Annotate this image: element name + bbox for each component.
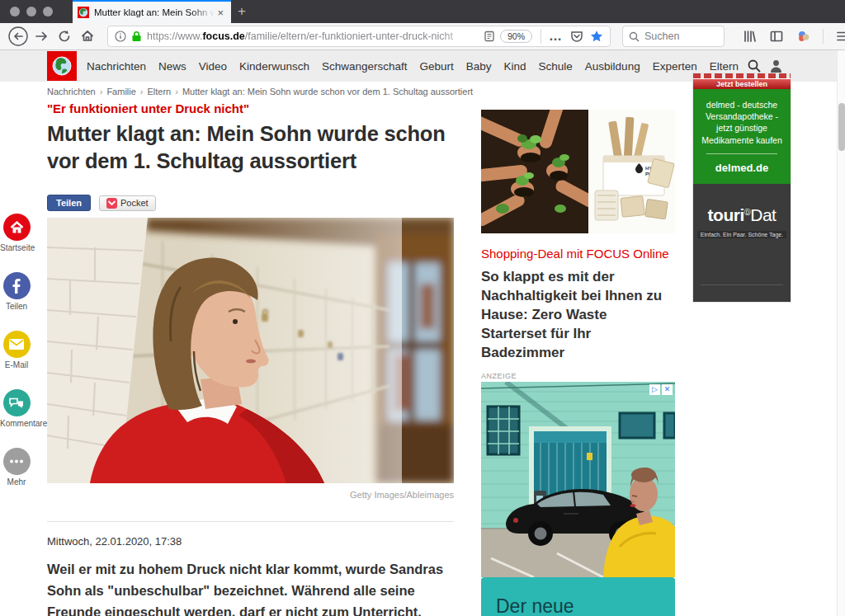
touridat-tagline: Einfach. Ein Paar. Schöne Tage. — [697, 231, 786, 238]
reader-mode-icon[interactable] — [484, 31, 495, 42]
divider — [47, 521, 454, 522]
browser-tab[interactable]: Mutter klagt an: Mein Sohn wur × — [73, 0, 231, 23]
article-title: Mutter klagt an: Mein Sohn wurde schon v… — [47, 120, 454, 175]
ad-label: ANZEIGE — [481, 372, 675, 380]
delmed-ad[interactable]: delmed - deutsche Versandapotheke - jetz… — [693, 89, 791, 184]
adchoices-icon[interactable]: ▷ — [649, 384, 660, 395]
tab-title: Mutter klagt an: Mein Sohn wur — [94, 7, 215, 17]
nav-item[interactable]: Ausbildung — [585, 60, 640, 73]
focus-logo[interactable] — [47, 51, 77, 81]
search-bar[interactable]: Suchen — [622, 26, 725, 47]
nav-item[interactable]: Nachrichten — [87, 60, 146, 73]
rail-item-kommentare[interactable]: Kommentare — [0, 389, 33, 428]
zoom-level-indicator[interactable]: 90% — [500, 30, 532, 43]
breadcrumb-item[interactable]: Nachrichten — [47, 87, 106, 96]
https-lock-icon — [131, 31, 142, 42]
search-icon — [629, 31, 640, 42]
nav-item[interactable]: Experten — [653, 60, 697, 73]
nav-item[interactable]: Baby — [466, 60, 492, 73]
article: "Er funktioniert unter Druck nicht" Mutt… — [47, 101, 454, 616]
nav-item[interactable]: Geburt — [419, 60, 453, 73]
social-rail: Startseite Teilen E-Mail Kommentare — [0, 214, 33, 506]
delmed-text: delmed - deutsche Versandapotheke - jetz… — [700, 99, 784, 146]
facebook-icon[interactable] — [3, 272, 31, 299]
window-controls[interactable] — [10, 7, 53, 16]
image-credit: Getty Images/Ableimages — [47, 490, 454, 500]
email-icon[interactable] — [3, 331, 31, 358]
browser-toolbar: https://www.focus.de/familie/eltern/er-f… — [0, 23, 845, 50]
seat-line1: Der neue — [496, 595, 660, 616]
breadcrumb-item[interactable]: Mutter klagt an: Mein Sohn wurde schon v… — [182, 87, 473, 96]
scrollbar[interactable] — [837, 50, 845, 616]
extension-icon[interactable] — [792, 25, 815, 48]
breadcrumb: NachrichtenFamilieElternMutter klagt an:… — [47, 87, 473, 96]
new-tab-button[interactable]: + — [238, 2, 246, 21]
library-icon[interactable] — [738, 25, 761, 48]
pocket-save-button[interactable]: Pocket — [99, 195, 156, 211]
rail-item-mehr[interactable]: Mehr — [0, 448, 33, 487]
deal-headline[interactable]: So klappt es mit der Nachhaltigkeit bei … — [481, 268, 675, 363]
rail-item-startseite[interactable]: Startseite — [0, 214, 33, 252]
article-lead: Weil er mit zu hohem Druck nicht klar ko… — [47, 558, 454, 616]
nav-item[interactable]: Schule — [539, 60, 573, 73]
page-actions-icon[interactable]: … — [549, 29, 562, 44]
focus-favicon-globe-icon — [78, 7, 89, 18]
page-content: NachrichtenNewsVideoKinderwunschSchwange… — [0, 50, 845, 616]
window-titlebar: Mutter klagt an: Mein Sohn wur × + — [0, 0, 845, 23]
globe-icon — [51, 55, 73, 77]
site-search-icon[interactable] — [748, 59, 761, 73]
seat-ad-text-panel[interactable]: Der neue SEAT Mii electric. Bis zu 260 k… — [481, 577, 675, 616]
seat-ad[interactable]: ▷ ✕ Der neue SEAT Mii electric. Bis zu 2… — [481, 382, 675, 616]
tab-close-icon[interactable]: × — [215, 7, 226, 18]
site-nav: NachrichtenNewsVideoKinderwunschSchwange… — [87, 60, 739, 73]
nav-item[interactable]: News — [158, 60, 186, 73]
skyscraper-ad[interactable]: Jetzt bestellen delmed - deutsche Versan… — [693, 73, 791, 302]
touridat-ad[interactable]: touriⒹDat Einfach. Ein Paar. Schöne Tage… — [693, 184, 791, 302]
site-info-icon[interactable] — [115, 31, 126, 42]
deal-label[interactable]: Shopping-Deal mit FOCUS Online — [481, 247, 675, 261]
nav-item[interactable]: Schwangerschaft — [322, 60, 408, 73]
ad-close-icon[interactable]: ✕ — [662, 384, 673, 395]
back-button[interactable] — [7, 25, 30, 48]
home-icon[interactable] — [3, 214, 31, 241]
article-kicker: "Er funktioniert unter Druck nicht" — [47, 101, 454, 115]
breadcrumb-item[interactable]: Eltern — [148, 87, 182, 96]
delmed-order-button[interactable]: Jetzt bestellen — [693, 78, 791, 89]
nav-item[interactable]: Video — [199, 60, 227, 73]
nav-item[interactable]: Eltern — [710, 60, 739, 73]
url-text: https://www.focus.de/familie/eltern/er-f… — [147, 31, 479, 42]
share-button[interactable]: Teilen — [47, 195, 91, 211]
site-account-icon[interactable] — [770, 59, 782, 73]
nav-item[interactable]: Kinderwunsch — [239, 60, 309, 73]
home-button[interactable] — [76, 25, 99, 48]
url-bar[interactable]: https://www.focus.de/familie/eltern/er-f… — [107, 26, 611, 47]
bookmark-star-icon[interactable] — [590, 30, 603, 43]
touridat-logo: touriⒹDat — [693, 184, 791, 225]
delmed-domain[interactable]: delmed.de — [700, 162, 784, 174]
article-hero-image — [47, 218, 454, 483]
seat-ad-image — [481, 382, 675, 577]
breadcrumb-item[interactable]: Familie — [106, 87, 147, 96]
reload-button[interactable] — [53, 25, 76, 48]
menu-hamburger-icon[interactable]: ↑ — [831, 25, 845, 48]
nav-item[interactable]: Kind — [504, 60, 526, 73]
more-dots-icon[interactable] — [3, 448, 31, 475]
adchoices[interactable]: ▷ ✕ — [649, 384, 673, 395]
deal-image[interactable]: HYDRO PHIL — [481, 110, 675, 233]
scrollbar-thumb[interactable] — [838, 103, 845, 151]
search-placeholder: Suchen — [644, 31, 679, 42]
right-column: HYDRO PHIL Shopping-Deal mit FOCUS Onlin… — [481, 110, 675, 616]
pocket-icon[interactable] — [570, 30, 583, 43]
sidebars-icon[interactable] — [765, 25, 788, 48]
rail-item-teilen[interactable]: Teilen — [0, 272, 33, 311]
rail-item-email[interactable]: E-Mail — [0, 331, 33, 369]
forward-button[interactable] — [30, 25, 53, 48]
pocket-logo-icon — [106, 198, 117, 209]
comments-icon[interactable] — [3, 389, 31, 416]
article-date: Mittwoch, 22.01.2020, 17:38 — [47, 535, 454, 548]
